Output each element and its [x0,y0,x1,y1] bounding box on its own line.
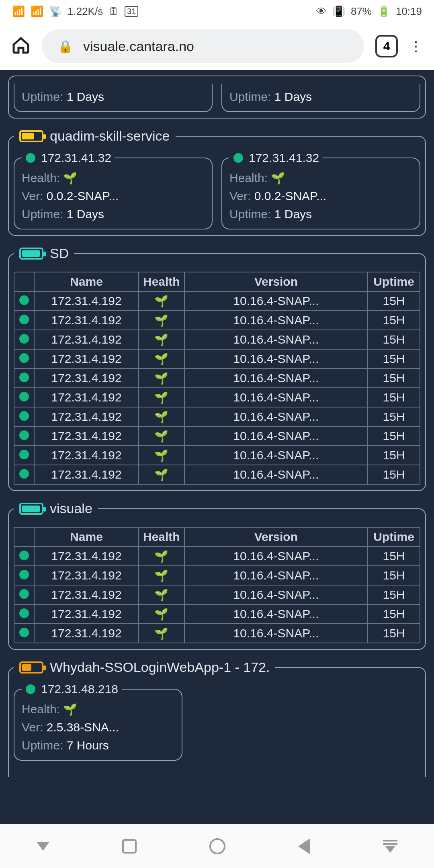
cell-uptime: 15H [368,547,420,566]
table-row: 172.31.4.192 🌱 10.16.4-SNAP... 15H [14,547,420,566]
cell-uptime: 15H [368,330,420,349]
network-speed: 1.22K/s [68,5,103,18]
cell-version: 10.16.4-SNAP... [184,446,368,465]
seedling-icon: 🌱 [154,391,168,404]
seedling-icon: 🌱 [271,172,285,184]
service-group-visuale: visuale Name Health Version Uptime 172.3… [8,501,426,650]
col-name: Name [34,527,139,547]
cell-version: 10.16.4-SNAP... [184,330,368,349]
status-dot-icon [19,315,29,324]
group-title: quadim-skill-service [50,128,170,144]
url-text: visuale.cantara.no [83,39,194,54]
browser-toolbar: 🔒 visuale.cantara.no 4 ⋮ [0,23,434,70]
col-uptime: Uptime [368,527,420,547]
service-group-cut: Uptime: 1 Days Uptime: 1 Days [8,76,426,119]
table-row: 172.31.4.192 🌱 10.16.4-SNAP... 15H [14,349,420,368]
seedling-icon: 🌱 [154,449,168,462]
page-content[interactable]: Uptime: 1 Days Uptime: 1 Days quadim-ski… [0,70,434,824]
cell-uptime: 15H [368,349,420,368]
node-card: 172.31.41.32 Health: 🌱 Ver: 0.0.2-SNAP..… [14,151,213,229]
vibrate-icon: 📳 [332,5,345,18]
seedling-icon: 🌱 [154,627,168,640]
cell-uptime: 15H [368,585,420,604]
table-row: 172.31.4.192 🌱 10.16.4-SNAP... 15H [14,426,420,446]
cell-version: 10.16.4-SNAP... [184,311,368,330]
status-dot-icon [19,334,29,344]
seedling-icon: 🌱 [63,172,77,184]
node-card: Uptime: 1 Days [221,84,420,112]
table-row: 172.31.4.192 🌱 10.16.4-SNAP... 15H [14,446,420,465]
cell-version: 10.16.4-SNAP... [184,291,368,311]
service-group-whydah: Whydah-SSOLoginWebApp-1 - 172. 172.31.48… [8,659,426,777]
cell-uptime: 15H [368,291,420,311]
seedling-icon: 🌱 [154,353,168,365]
cell-uptime: 15H [368,604,420,624]
service-table: Name Health Version Uptime 172.31.4.192 … [14,527,420,643]
cell-uptime: 15H [368,426,420,446]
battery-icon [19,661,43,674]
battery-icon [19,130,43,142]
seedling-icon: 🌱 [154,314,168,327]
table-row: 172.31.4.192 🌱 10.16.4-SNAP... 15H [14,311,420,330]
status-dot-icon [26,153,35,163]
clock: 10:19 [396,5,422,18]
seedling-icon: 🌱 [63,703,77,716]
cell-name: 172.31.4.192 [34,585,139,604]
status-dot-icon [19,295,29,305]
cell-name: 172.31.4.192 [34,388,139,407]
cell-uptime: 15H [368,388,420,407]
cell-version: 10.16.4-SNAP... [184,388,368,407]
seedling-icon: 🌱 [154,550,168,563]
seedling-icon: 🌱 [154,372,168,385]
status-bar: 📶 📶 📡 1.22K/s 🗓 31 👁 📳 87% 🔋 10:19 [0,0,434,23]
cell-version: 10.16.4-SNAP... [184,349,368,368]
system-nav-bar [0,824,434,868]
status-dot-icon [19,570,29,579]
calendar-day: 31 [125,6,138,17]
cell-uptime: 15H [368,465,420,484]
wifi-icon: 📡 [49,5,62,18]
table-row: 172.31.4.192 🌱 10.16.4-SNAP... 15H [14,407,420,426]
home-button[interactable] [11,36,31,57]
group-title: Whydah-SSOLoginWebApp-1 - 172. [50,659,270,675]
node-card: Uptime: 1 Days [14,84,213,112]
cell-name: 172.31.4.192 [34,426,139,446]
cell-version: 10.16.4-SNAP... [184,566,368,585]
url-bar[interactable]: 🔒 visuale.cantara.no [42,29,364,63]
signal-icon: 📶 [31,5,43,18]
nav-download[interactable] [383,840,397,853]
table-row: 172.31.4.192 🌱 10.16.4-SNAP... 15H [14,604,420,624]
eye-icon: 👁 [316,5,327,18]
nav-home[interactable] [209,838,225,854]
status-dot-icon [19,469,29,479]
cell-version: 10.16.4-SNAP... [184,426,368,446]
status-dot-icon [26,684,35,694]
cell-uptime: 15H [368,446,420,465]
cell-uptime: 15H [368,566,420,585]
node-ip: 172.31.41.32 [41,151,111,165]
table-row: 172.31.4.192 🌱 10.16.4-SNAP... 15H [14,368,420,388]
seedling-icon: 🌱 [154,295,168,307]
nav-collapse[interactable] [37,842,49,851]
seedling-icon: 🌱 [154,469,168,481]
service-table: Name Health Version Uptime 172.31.4.192 … [14,272,420,485]
cell-name: 172.31.4.192 [34,604,139,624]
battery-icon [19,503,43,515]
col-health: Health [139,527,184,547]
table-row: 172.31.4.192 🌱 10.16.4-SNAP... 15H [14,465,420,484]
table-row: 172.31.4.192 🌱 10.16.4-SNAP... 15H [14,585,420,604]
service-group-quadim: quadim-skill-service 172.31.41.32 Health… [8,128,426,236]
cell-name: 172.31.4.192 [34,368,139,388]
cell-name: 172.31.4.192 [34,446,139,465]
status-dot-icon [19,608,29,618]
overflow-menu[interactable]: ⋮ [409,44,423,48]
nav-back[interactable] [298,838,310,854]
cell-name: 172.31.4.192 [34,349,139,368]
tab-switcher[interactable]: 4 [375,35,398,57]
cell-uptime: 15H [368,311,420,330]
cell-name: 172.31.4.192 [34,407,139,426]
col-uptime: Uptime [368,272,420,291]
node-card: 172.31.41.32 Health: 🌱 Ver: 0.0.2-SNAP..… [221,151,420,229]
table-row: 172.31.4.192 🌱 10.16.4-SNAP... 15H [14,291,420,311]
nav-recents[interactable] [122,839,137,854]
